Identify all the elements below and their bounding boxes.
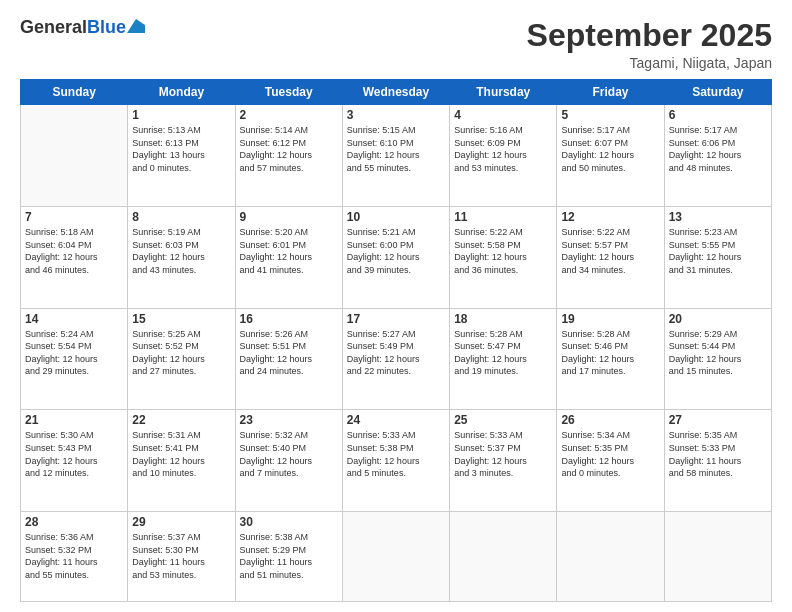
day-info: Sunrise: 5:17 AM Sunset: 6:06 PM Dayligh… (669, 124, 767, 174)
day-header-thursday: Thursday (450, 80, 557, 105)
day-info: Sunrise: 5:26 AM Sunset: 5:51 PM Dayligh… (240, 328, 338, 378)
day-number: 14 (25, 312, 123, 326)
day-number: 27 (669, 413, 767, 427)
day-number: 25 (454, 413, 552, 427)
day-number: 29 (132, 515, 230, 529)
calendar-cell: 16Sunrise: 5:26 AM Sunset: 5:51 PM Dayli… (235, 308, 342, 410)
calendar-cell (342, 512, 449, 602)
header: GeneralBlue September 2025 Tagami, Niiga… (20, 18, 772, 71)
day-info: Sunrise: 5:25 AM Sunset: 5:52 PM Dayligh… (132, 328, 230, 378)
calendar-cell: 19Sunrise: 5:28 AM Sunset: 5:46 PM Dayli… (557, 308, 664, 410)
day-number: 4 (454, 108, 552, 122)
day-info: Sunrise: 5:33 AM Sunset: 5:37 PM Dayligh… (454, 429, 552, 479)
day-info: Sunrise: 5:22 AM Sunset: 5:58 PM Dayligh… (454, 226, 552, 276)
day-number: 12 (561, 210, 659, 224)
day-number: 7 (25, 210, 123, 224)
day-header-sunday: Sunday (21, 80, 128, 105)
calendar-header-row: SundayMondayTuesdayWednesdayThursdayFrid… (21, 80, 772, 105)
day-info: Sunrise: 5:32 AM Sunset: 5:40 PM Dayligh… (240, 429, 338, 479)
day-number: 15 (132, 312, 230, 326)
day-number: 21 (25, 413, 123, 427)
day-info: Sunrise: 5:30 AM Sunset: 5:43 PM Dayligh… (25, 429, 123, 479)
calendar-week-1: 7Sunrise: 5:18 AM Sunset: 6:04 PM Daylig… (21, 206, 772, 308)
day-number: 30 (240, 515, 338, 529)
day-number: 26 (561, 413, 659, 427)
day-number: 13 (669, 210, 767, 224)
day-info: Sunrise: 5:14 AM Sunset: 6:12 PM Dayligh… (240, 124, 338, 174)
calendar-cell (664, 512, 771, 602)
day-number: 16 (240, 312, 338, 326)
day-info: Sunrise: 5:38 AM Sunset: 5:29 PM Dayligh… (240, 531, 338, 581)
day-info: Sunrise: 5:29 AM Sunset: 5:44 PM Dayligh… (669, 328, 767, 378)
calendar-cell: 28Sunrise: 5:36 AM Sunset: 5:32 PM Dayli… (21, 512, 128, 602)
day-number: 23 (240, 413, 338, 427)
calendar-cell: 21Sunrise: 5:30 AM Sunset: 5:43 PM Dayli… (21, 410, 128, 512)
calendar-cell: 27Sunrise: 5:35 AM Sunset: 5:33 PM Dayli… (664, 410, 771, 512)
day-info: Sunrise: 5:19 AM Sunset: 6:03 PM Dayligh… (132, 226, 230, 276)
calendar-cell: 8Sunrise: 5:19 AM Sunset: 6:03 PM Daylig… (128, 206, 235, 308)
day-info: Sunrise: 5:28 AM Sunset: 5:46 PM Dayligh… (561, 328, 659, 378)
calendar-cell: 24Sunrise: 5:33 AM Sunset: 5:38 PM Dayli… (342, 410, 449, 512)
calendar-cell: 11Sunrise: 5:22 AM Sunset: 5:58 PM Dayli… (450, 206, 557, 308)
day-header-saturday: Saturday (664, 80, 771, 105)
calendar-cell (450, 512, 557, 602)
calendar-cell: 2Sunrise: 5:14 AM Sunset: 6:12 PM Daylig… (235, 105, 342, 207)
day-info: Sunrise: 5:17 AM Sunset: 6:07 PM Dayligh… (561, 124, 659, 174)
day-info: Sunrise: 5:34 AM Sunset: 5:35 PM Dayligh… (561, 429, 659, 479)
calendar-cell: 22Sunrise: 5:31 AM Sunset: 5:41 PM Dayli… (128, 410, 235, 512)
calendar-cell: 25Sunrise: 5:33 AM Sunset: 5:37 PM Dayli… (450, 410, 557, 512)
calendar-cell: 29Sunrise: 5:37 AM Sunset: 5:30 PM Dayli… (128, 512, 235, 602)
day-number: 18 (454, 312, 552, 326)
day-number: 3 (347, 108, 445, 122)
svg-marker-0 (127, 19, 145, 33)
calendar-cell: 15Sunrise: 5:25 AM Sunset: 5:52 PM Dayli… (128, 308, 235, 410)
day-info: Sunrise: 5:20 AM Sunset: 6:01 PM Dayligh… (240, 226, 338, 276)
day-info: Sunrise: 5:21 AM Sunset: 6:00 PM Dayligh… (347, 226, 445, 276)
day-info: Sunrise: 5:36 AM Sunset: 5:32 PM Dayligh… (25, 531, 123, 581)
day-number: 1 (132, 108, 230, 122)
calendar-cell: 17Sunrise: 5:27 AM Sunset: 5:49 PM Dayli… (342, 308, 449, 410)
day-number: 9 (240, 210, 338, 224)
calendar-cell: 23Sunrise: 5:32 AM Sunset: 5:40 PM Dayli… (235, 410, 342, 512)
day-number: 28 (25, 515, 123, 529)
logo-text: GeneralBlue (20, 18, 126, 38)
calendar-cell: 3Sunrise: 5:15 AM Sunset: 6:10 PM Daylig… (342, 105, 449, 207)
logo-blue: Blue (87, 17, 126, 37)
day-number: 5 (561, 108, 659, 122)
day-number: 11 (454, 210, 552, 224)
calendar-cell: 18Sunrise: 5:28 AM Sunset: 5:47 PM Dayli… (450, 308, 557, 410)
logo-icon (127, 19, 145, 33)
day-number: 24 (347, 413, 445, 427)
calendar-cell: 20Sunrise: 5:29 AM Sunset: 5:44 PM Dayli… (664, 308, 771, 410)
calendar-week-2: 14Sunrise: 5:24 AM Sunset: 5:54 PM Dayli… (21, 308, 772, 410)
calendar-cell: 7Sunrise: 5:18 AM Sunset: 6:04 PM Daylig… (21, 206, 128, 308)
calendar-cell: 5Sunrise: 5:17 AM Sunset: 6:07 PM Daylig… (557, 105, 664, 207)
day-number: 2 (240, 108, 338, 122)
logo: GeneralBlue (20, 18, 145, 38)
logo-general: General (20, 17, 87, 37)
calendar-week-3: 21Sunrise: 5:30 AM Sunset: 5:43 PM Dayli… (21, 410, 772, 512)
day-header-tuesday: Tuesday (235, 80, 342, 105)
day-info: Sunrise: 5:16 AM Sunset: 6:09 PM Dayligh… (454, 124, 552, 174)
calendar-week-0: 1Sunrise: 5:13 AM Sunset: 6:13 PM Daylig… (21, 105, 772, 207)
calendar-cell: 14Sunrise: 5:24 AM Sunset: 5:54 PM Dayli… (21, 308, 128, 410)
day-number: 20 (669, 312, 767, 326)
calendar-cell: 6Sunrise: 5:17 AM Sunset: 6:06 PM Daylig… (664, 105, 771, 207)
calendar-cell: 4Sunrise: 5:16 AM Sunset: 6:09 PM Daylig… (450, 105, 557, 207)
day-number: 22 (132, 413, 230, 427)
day-info: Sunrise: 5:33 AM Sunset: 5:38 PM Dayligh… (347, 429, 445, 479)
day-info: Sunrise: 5:23 AM Sunset: 5:55 PM Dayligh… (669, 226, 767, 276)
day-number: 8 (132, 210, 230, 224)
day-info: Sunrise: 5:13 AM Sunset: 6:13 PM Dayligh… (132, 124, 230, 174)
calendar-cell (21, 105, 128, 207)
day-info: Sunrise: 5:31 AM Sunset: 5:41 PM Dayligh… (132, 429, 230, 479)
title-block: September 2025 Tagami, Niigata, Japan (527, 18, 772, 71)
calendar-cell: 30Sunrise: 5:38 AM Sunset: 5:29 PM Dayli… (235, 512, 342, 602)
calendar-week-4: 28Sunrise: 5:36 AM Sunset: 5:32 PM Dayli… (21, 512, 772, 602)
day-info: Sunrise: 5:35 AM Sunset: 5:33 PM Dayligh… (669, 429, 767, 479)
day-number: 10 (347, 210, 445, 224)
day-header-monday: Monday (128, 80, 235, 105)
page: GeneralBlue September 2025 Tagami, Niiga… (0, 0, 792, 612)
day-number: 19 (561, 312, 659, 326)
calendar-cell: 13Sunrise: 5:23 AM Sunset: 5:55 PM Dayli… (664, 206, 771, 308)
